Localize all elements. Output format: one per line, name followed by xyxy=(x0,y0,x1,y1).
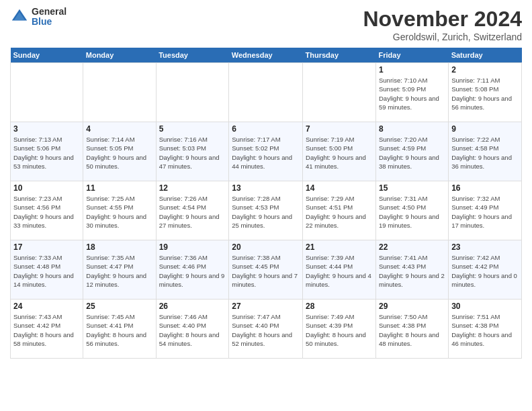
calendar-weekday-monday: Monday xyxy=(83,48,156,63)
day-info: Sunrise: 7:46 AM Sunset: 4:40 PM Dayligh… xyxy=(159,312,226,348)
day-number: 4 xyxy=(86,124,152,134)
day-info: Sunrise: 7:20 AM Sunset: 4:59 PM Dayligh… xyxy=(379,135,445,171)
calendar-cell: 30Sunrise: 7:51 AM Sunset: 4:38 PM Dayli… xyxy=(449,300,522,359)
day-info: Sunrise: 7:28 AM Sunset: 4:53 PM Dayligh… xyxy=(232,194,300,230)
calendar-cell: 9Sunrise: 7:22 AM Sunset: 4:58 PM Daylig… xyxy=(449,122,522,181)
day-info: Sunrise: 7:13 AM Sunset: 5:06 PM Dayligh… xyxy=(13,135,80,171)
calendar-weekday-wednesday: Wednesday xyxy=(229,48,303,63)
day-info: Sunrise: 7:19 AM Sunset: 5:00 PM Dayligh… xyxy=(306,135,373,171)
calendar-week-row: 24Sunrise: 7:43 AM Sunset: 4:42 PM Dayli… xyxy=(11,300,522,359)
day-number: 12 xyxy=(159,183,226,193)
day-number: 1 xyxy=(379,65,445,75)
calendar-cell: 27Sunrise: 7:47 AM Sunset: 4:40 PM Dayli… xyxy=(229,300,303,359)
day-number: 5 xyxy=(159,124,226,134)
day-info: Sunrise: 7:14 AM Sunset: 5:05 PM Dayligh… xyxy=(86,135,152,171)
calendar-cell: 1Sunrise: 7:10 AM Sunset: 5:09 PM Daylig… xyxy=(376,63,449,122)
calendar-weekday-tuesday: Tuesday xyxy=(156,48,229,63)
calendar-cell: 20Sunrise: 7:38 AM Sunset: 4:45 PM Dayli… xyxy=(229,240,303,300)
day-info: Sunrise: 7:38 AM Sunset: 4:45 PM Dayligh… xyxy=(232,253,300,289)
calendar-cell xyxy=(11,63,83,122)
calendar-week-row: 3Sunrise: 7:13 AM Sunset: 5:06 PM Daylig… xyxy=(11,122,522,181)
calendar-cell xyxy=(83,63,156,122)
day-number: 13 xyxy=(232,183,300,193)
day-number: 30 xyxy=(451,302,519,311)
day-number: 23 xyxy=(451,242,519,252)
day-info: Sunrise: 7:33 AM Sunset: 4:48 PM Dayligh… xyxy=(13,253,80,289)
day-number: 28 xyxy=(306,302,373,311)
header: General Blue November 2024 Geroldswil, Z… xyxy=(10,7,522,42)
calendar-cell: 8Sunrise: 7:20 AM Sunset: 4:59 PM Daylig… xyxy=(376,122,449,181)
day-info: Sunrise: 7:45 AM Sunset: 4:41 PM Dayligh… xyxy=(86,312,152,348)
day-number: 14 xyxy=(306,183,373,193)
calendar-week-row: 17Sunrise: 7:33 AM Sunset: 4:48 PM Dayli… xyxy=(11,240,522,300)
day-number: 8 xyxy=(379,124,445,134)
calendar-weekday-friday: Friday xyxy=(376,48,449,63)
day-info: Sunrise: 7:49 AM Sunset: 4:39 PM Dayligh… xyxy=(306,312,373,348)
calendar-weekday-thursday: Thursday xyxy=(303,48,376,63)
calendar-table: SundayMondayTuesdayWednesdayThursdayFrid… xyxy=(10,48,522,359)
day-number: 20 xyxy=(232,242,300,252)
day-info: Sunrise: 7:11 AM Sunset: 5:08 PM Dayligh… xyxy=(451,76,519,111)
calendar-cell: 23Sunrise: 7:42 AM Sunset: 4:42 PM Dayli… xyxy=(449,240,522,300)
logo-text: General Blue xyxy=(32,7,66,28)
logo-general: General xyxy=(32,7,66,17)
calendar-cell: 18Sunrise: 7:35 AM Sunset: 4:47 PM Dayli… xyxy=(83,240,156,300)
day-number: 18 xyxy=(86,242,152,252)
day-number: 21 xyxy=(306,242,373,252)
day-number: 24 xyxy=(13,302,80,311)
calendar-cell: 25Sunrise: 7:45 AM Sunset: 4:41 PM Dayli… xyxy=(83,300,156,359)
day-info: Sunrise: 7:47 AM Sunset: 4:40 PM Dayligh… xyxy=(232,312,300,348)
day-number: 15 xyxy=(379,183,445,193)
calendar-cell: 24Sunrise: 7:43 AM Sunset: 4:42 PM Dayli… xyxy=(11,300,83,359)
calendar-cell: 26Sunrise: 7:46 AM Sunset: 4:40 PM Dayli… xyxy=(156,300,229,359)
day-info: Sunrise: 7:42 AM Sunset: 4:42 PM Dayligh… xyxy=(451,253,519,289)
calendar-week-row: 1Sunrise: 7:10 AM Sunset: 5:09 PM Daylig… xyxy=(11,63,522,122)
page-container: General Blue November 2024 Geroldswil, Z… xyxy=(0,0,532,365)
day-info: Sunrise: 7:26 AM Sunset: 4:54 PM Dayligh… xyxy=(159,194,226,230)
day-info: Sunrise: 7:22 AM Sunset: 4:58 PM Dayligh… xyxy=(451,135,519,171)
day-number: 17 xyxy=(13,242,80,252)
day-info: Sunrise: 7:32 AM Sunset: 4:49 PM Dayligh… xyxy=(451,194,519,230)
calendar-cell: 2Sunrise: 7:11 AM Sunset: 5:08 PM Daylig… xyxy=(449,63,522,122)
day-number: 22 xyxy=(379,242,445,252)
day-info: Sunrise: 7:51 AM Sunset: 4:38 PM Dayligh… xyxy=(451,312,519,348)
calendar-cell: 3Sunrise: 7:13 AM Sunset: 5:06 PM Daylig… xyxy=(11,122,83,181)
calendar-cell: 22Sunrise: 7:41 AM Sunset: 4:43 PM Dayli… xyxy=(376,240,449,300)
logo-icon xyxy=(10,7,29,26)
day-number: 9 xyxy=(451,124,519,134)
day-info: Sunrise: 7:50 AM Sunset: 4:38 PM Dayligh… xyxy=(379,312,445,348)
day-number: 6 xyxy=(232,124,300,134)
calendar-cell: 17Sunrise: 7:33 AM Sunset: 4:48 PM Dayli… xyxy=(11,240,83,300)
day-info: Sunrise: 7:31 AM Sunset: 4:50 PM Dayligh… xyxy=(379,194,445,230)
day-info: Sunrise: 7:16 AM Sunset: 5:03 PM Dayligh… xyxy=(159,135,226,171)
calendar-cell: 19Sunrise: 7:36 AM Sunset: 4:46 PM Dayli… xyxy=(156,240,229,300)
calendar-weekday-saturday: Saturday xyxy=(449,48,522,63)
calendar-cell xyxy=(303,63,376,122)
day-info: Sunrise: 7:35 AM Sunset: 4:47 PM Dayligh… xyxy=(86,253,152,289)
calendar-cell: 12Sunrise: 7:26 AM Sunset: 4:54 PM Dayli… xyxy=(156,181,229,240)
day-info: Sunrise: 7:36 AM Sunset: 4:46 PM Dayligh… xyxy=(159,253,226,289)
calendar-weekday-sunday: Sunday xyxy=(11,48,83,63)
day-number: 16 xyxy=(451,183,519,193)
calendar-cell: 16Sunrise: 7:32 AM Sunset: 4:49 PM Dayli… xyxy=(449,181,522,240)
day-number: 27 xyxy=(232,302,300,311)
calendar-cell: 15Sunrise: 7:31 AM Sunset: 4:50 PM Dayli… xyxy=(376,181,449,240)
calendar-cell: 7Sunrise: 7:19 AM Sunset: 5:00 PM Daylig… xyxy=(303,122,376,181)
location-subtitle: Geroldswil, Zurich, Switzerland xyxy=(363,32,522,42)
logo: General Blue xyxy=(10,7,66,28)
day-info: Sunrise: 7:41 AM Sunset: 4:43 PM Dayligh… xyxy=(379,253,445,289)
calendar-cell xyxy=(156,63,229,122)
day-number: 2 xyxy=(451,65,519,75)
month-title: November 2024 xyxy=(363,7,522,32)
calendar-cell: 13Sunrise: 7:28 AM Sunset: 4:53 PM Dayli… xyxy=(229,181,303,240)
day-number: 7 xyxy=(306,124,373,134)
calendar-cell: 5Sunrise: 7:16 AM Sunset: 5:03 PM Daylig… xyxy=(156,122,229,181)
calendar-cell xyxy=(229,63,303,122)
day-number: 11 xyxy=(86,183,152,193)
calendar-cell: 28Sunrise: 7:49 AM Sunset: 4:39 PM Dayli… xyxy=(303,300,376,359)
day-number: 10 xyxy=(13,183,80,193)
day-info: Sunrise: 7:43 AM Sunset: 4:42 PM Dayligh… xyxy=(13,312,80,348)
calendar-cell: 6Sunrise: 7:17 AM Sunset: 5:02 PM Daylig… xyxy=(229,122,303,181)
calendar-cell: 11Sunrise: 7:25 AM Sunset: 4:55 PM Dayli… xyxy=(83,181,156,240)
day-number: 19 xyxy=(159,242,226,252)
